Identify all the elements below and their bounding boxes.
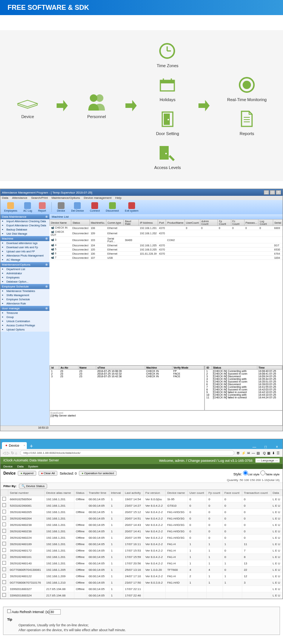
interval-input[interactable]	[49, 609, 61, 615]
row-checkbox[interactable]	[2, 567, 6, 571]
table-row[interactable]: 📹 7Disconnected107USB3204	[50, 256, 283, 260]
toolbar-connect[interactable]: Connect	[88, 201, 102, 213]
clear-all-button[interactable]: Clear All	[38, 471, 58, 476]
minimize-button[interactable]: —	[249, 445, 260, 449]
table-row[interactable]: 📹 6Disconnected106Ethernet101.81.228.394…	[50, 252, 283, 256]
table-row[interactable]: 3929182460236192.168.1.201Offline00:00;1…	[1, 528, 283, 535]
row-checkbox[interactable]	[2, 548, 6, 552]
sidebar-item[interactable]: Employee Schedule	[0, 297, 49, 301]
table-row[interactable]: 9[CHECK IN] failed in connect16:42:10 07…	[205, 391, 282, 393]
device-status-filter[interactable]: 🔍 Device Status	[19, 484, 48, 489]
row-checkbox[interactable]	[2, 587, 6, 590]
sidebar-item[interactable]: Download user info and Fp	[0, 245, 49, 249]
table-row[interactable]: 5[CHECK IN] Succeed in conn16:35:51 07-2…	[205, 380, 282, 383]
table-row[interactable]: 3399201800324217.65.194.8800:00;14:05117…	[1, 592, 283, 599]
table-row[interactable]: 3929182460265192.168.1.201Offline00:00;1…	[1, 509, 283, 515]
sidebar-item[interactable]: Usb Disk Manage	[0, 232, 49, 236]
menu-item[interactable]: Help	[115, 196, 121, 200]
menu-item[interactable]: Device management	[84, 196, 111, 200]
list-style-radio[interactable]	[243, 470, 248, 475]
menu-item[interactable]: Maintenance/Options	[51, 196, 80, 200]
toolbar-disconnect[interactable]: Disconnect	[103, 201, 121, 213]
maximize-button[interactable]: □	[270, 190, 275, 195]
sidebar-section-header[interactable]: door manage⊗	[0, 306, 49, 311]
row-checkbox[interactable]	[2, 503, 6, 507]
toolbar-exit-system[interactable]: Exit system	[123, 201, 141, 213]
row-checkbox[interactable]	[2, 542, 6, 546]
machine-grid[interactable]: Device NameStatusMachineNo.Comm.typeBaud…	[49, 219, 283, 365]
row-checkbox[interactable]	[2, 516, 6, 520]
sidebar-item[interactable]: Access Control Privilege	[0, 323, 49, 327]
table-row[interactable]: 8[CHECK IN] Succeed in conn16:42:03 07-2…	[205, 388, 282, 391]
minimize-button[interactable]: _	[264, 190, 269, 195]
menu-item[interactable]: Search/Print	[31, 196, 48, 200]
table-row[interactable]: 1[CHECK IN] Connecting with16:08:40 07-2…	[205, 370, 282, 373]
table-row[interactable]: 3929182460189192.168.1.201Offline00:00;1…	[1, 541, 283, 547]
sidebar-item[interactable]: Download attendance logs	[0, 241, 49, 245]
sidebar-item[interactable]: Group	[0, 315, 49, 319]
row-checkbox[interactable]	[2, 574, 6, 578]
operation-button[interactable]: Operation for selected	[79, 471, 117, 476]
new-tab-button[interactable]: +	[30, 443, 33, 449]
menu-item[interactable]: Attendance	[12, 196, 27, 200]
table-row[interactable]: 10[CHECK IN] Connecting with16:44:10 07-…	[205, 393, 282, 396]
table-row[interactable]: 3929182460224192.168.1.201Offline00:00;1…	[1, 535, 283, 541]
sidebar-section-header[interactable]: Machine⊗	[0, 236, 49, 241]
table-row[interactable]: 0GT708006707310176192.168.1.210Offline00…	[1, 579, 283, 586]
back-icon[interactable]: ◁	[3, 451, 6, 455]
table-row[interactable]: 3[CHECK IN] Disconnect16:09:24 07-25	[205, 375, 282, 378]
table-row[interactable]: 11[CHECK IN] failed in connect16:44:24 0…	[205, 396, 282, 399]
maximize-button[interactable]: □	[260, 445, 271, 449]
table-row[interactable]: 📹 4Disconnected104Ethernet192.168.1.2054…	[50, 243, 283, 247]
sidebar-item[interactable]: Shifts Management	[0, 293, 49, 297]
close-button[interactable]: ×	[271, 445, 283, 449]
table-row[interactable]: 3929182460238192.168.1.201Offline00:00;1…	[1, 522, 283, 528]
sidebar-item[interactable]: Upload Options	[0, 327, 49, 332]
url-input[interactable]: http://192.168.1.88:8082/iclock/data/icl…	[20, 450, 234, 456]
toolbar-employees[interactable]: Employees	[2, 201, 20, 213]
language-select[interactable]: --- Language ---	[255, 458, 280, 463]
toolbar-report[interactable]: Report	[36, 201, 48, 213]
row-checkbox[interactable]	[2, 535, 6, 539]
append-button[interactable]: Append	[18, 471, 36, 476]
sidebar-item[interactable]: Timezone	[0, 311, 49, 315]
sidebar-section-header[interactable]: Maintenance/Options⊗	[0, 262, 49, 267]
row-checkbox[interactable]	[2, 593, 6, 597]
row-checkbox[interactable]	[2, 561, 6, 565]
table-row[interactable]: 3929182460140192.168.1.201Offline00:00;1…	[1, 560, 283, 567]
table-row[interactable]: 3929182460172192.168.1.201Offline00:00;1…	[1, 547, 283, 554]
table-row[interactable]: 📹 5Disconnected105Ethernet192.168.0.2054…	[50, 247, 283, 252]
sidebar-item[interactable]: Maintenance Timetables	[0, 289, 49, 293]
sidebar-item[interactable]: Import Attendance Checking Data	[0, 219, 49, 223]
toolbar-del-device[interactable]: Del Device	[69, 201, 86, 213]
row-checkbox[interactable]	[2, 555, 6, 558]
table-row[interactable]: 6[CHECK IN] Disconnect16:39:03 07-25	[205, 383, 282, 386]
table-row[interactable]: 323232018-07-25 16:42:36CHECK INFACE	[50, 375, 204, 378]
table-row[interactable]: 📹 3Disconnected103Serial Port/...38400CO…	[50, 237, 283, 243]
log-panel[interactable]: IdAc-NoNamesTimeMachineVerify Mode123232…	[49, 365, 205, 410]
row-checkbox[interactable]	[2, 510, 6, 513]
table-row[interactable]: 📹 CHECK OUTDisconnected109Ethernet192.16…	[50, 230, 283, 237]
table-row[interactable]: 3929182460264192.168.1.20100:00;14:05120…	[1, 515, 283, 522]
row-checkbox[interactable]	[2, 529, 6, 533]
sidebar-item[interactable]: Database Option...	[0, 280, 49, 284]
table-row[interactable]: 3929182460122192.168.1.209Offline00:00;1…	[1, 573, 283, 579]
tab-close-icon[interactable]: ×	[23, 444, 25, 447]
table-row[interactable]: 4[CHECK IN] Connecting with16:35:44 07-2…	[205, 378, 282, 380]
menu-item[interactable]: Data	[17, 465, 23, 468]
sidebar-section-header[interactable]: Data Maintenance⊗	[0, 214, 49, 219]
sidebar-item[interactable]: Export Attendance Checking Data	[0, 223, 49, 227]
sidebar-item[interactable]: Unlock Combination	[0, 319, 49, 323]
menu-item[interactable]: Device	[3, 465, 12, 468]
table-row[interactable]: 6669182500504192.168.1.201Offline00:00;1…	[1, 496, 283, 503]
sidebar-item[interactable]: Employees	[0, 275, 49, 280]
row-checkbox[interactable]	[2, 580, 6, 584]
close-button[interactable]: ×	[276, 190, 281, 195]
status-panel[interactable]: IDStatusTime1[CHECK IN] Connecting with1…	[205, 365, 283, 410]
sidebar-item[interactable]: Backup Database	[0, 227, 49, 232]
table-style-radio[interactable]	[260, 470, 265, 475]
table-row[interactable]: 7[CHECK IN] Connecting with16:41:55 07-2…	[205, 386, 282, 388]
table-row[interactable]: 3929182460161192.168.1.201Offline00:00;1…	[1, 554, 283, 560]
sidebar-item[interactable]: Upload user info and FP	[0, 249, 49, 254]
reload-icon[interactable]: ↻	[11, 451, 14, 455]
